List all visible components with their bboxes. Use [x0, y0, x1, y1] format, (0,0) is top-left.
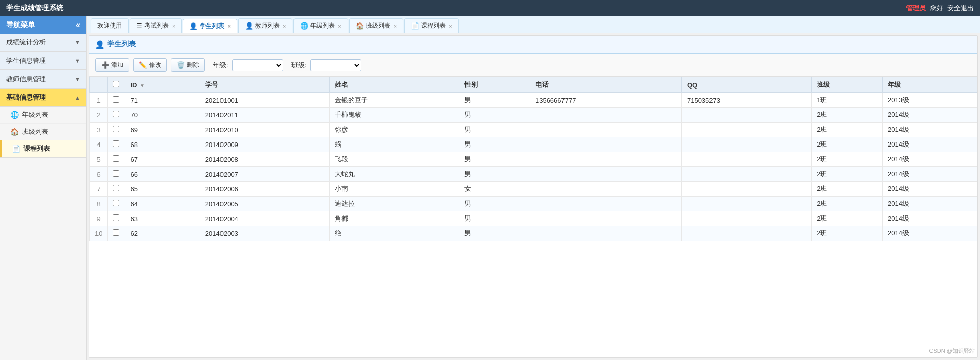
logout-link[interactable]: 安全退出 [947, 4, 974, 13]
content-area: 欢迎使用 ☰ 考试列表 × 👤 学生列表 × 👤 教师列表 × 🌐 年级列表 × [87, 16, 980, 360]
sidebar-collapse-icon[interactable]: « [76, 20, 80, 30]
sidebar-section-header-teacher-info[interactable]: 教师信息管理 ▼ [0, 70, 86, 88]
tab-student-list[interactable]: 👤 学生列表 × [183, 19, 237, 33]
cell-phone [530, 123, 681, 137]
sidebar-section-header-student-info[interactable]: 学生信息管理 ▼ [0, 52, 86, 70]
cell-checkbox[interactable] [108, 93, 125, 108]
col-name: 姓名 [330, 77, 459, 93]
tab-course-list[interactable]: 📄 课程列表 × [404, 18, 458, 33]
grade-filter-select[interactable]: 2013级 2014级 [232, 59, 283, 71]
cell-checkbox[interactable] [108, 123, 125, 137]
col-phone: 电话 [530, 77, 681, 93]
cell-gender: 男 [459, 123, 530, 137]
cell-gender: 男 [459, 108, 530, 123]
cell-checkbox[interactable] [108, 152, 125, 167]
table-row[interactable]: 5 67 201402008 飞段 男 2班 2014级 [90, 152, 977, 167]
sidebar-section-header-grade-stats[interactable]: 成绩统计分析 ▼ [0, 34, 86, 52]
tab-grade-list[interactable]: 🌐 年级列表 × [293, 18, 348, 33]
cell-checkbox[interactable] [108, 197, 125, 211]
cell-class: 2班 [812, 152, 883, 167]
table-row[interactable]: 6 66 201402007 大蛇丸 男 2班 2014级 [90, 167, 977, 182]
cell-id: 66 [125, 167, 200, 182]
table-row[interactable]: 9 63 201402004 角都 男 2班 2014级 [90, 211, 977, 226]
cell-name: 角都 [330, 211, 459, 226]
cell-qq [681, 211, 811, 226]
main-layout: 导航菜单 « 成绩统计分析 ▼ 学生信息管理 ▼ 教师信息管理 ▼ [0, 16, 980, 360]
cell-checkbox[interactable] [108, 182, 125, 197]
cell-checkbox[interactable] [108, 226, 125, 241]
row-checkbox[interactable] [113, 140, 119, 147]
table-row[interactable]: 4 68 201402009 蜗 男 2班 2014级 [90, 137, 977, 152]
add-button[interactable]: ➕ 添加 [95, 58, 129, 72]
sidebar-item-course-list[interactable]: 📄 课程列表 [0, 140, 86, 157]
row-checkbox[interactable] [113, 185, 119, 191]
tab-teacher-close[interactable]: × [283, 23, 286, 29]
tab-teacher-list[interactable]: 👤 教师列表 × [238, 18, 292, 33]
cell-grade: 2014级 [883, 226, 977, 241]
row-checkbox[interactable] [113, 200, 119, 206]
cell-class: 2班 [812, 123, 883, 137]
tab-exam-close[interactable]: × [172, 23, 175, 29]
admin-label: 管理员 [906, 4, 926, 13]
row-checkbox[interactable] [113, 170, 119, 177]
cell-id: 70 [125, 108, 200, 123]
tab-exam-list[interactable]: ☰ 考试列表 × [130, 18, 182, 33]
cell-name: 飞段 [330, 152, 459, 167]
globe-icon: 🌐 [10, 111, 19, 119]
tab-grade-close[interactable]: × [338, 23, 341, 29]
row-checkbox[interactable] [113, 155, 119, 162]
cell-class: 2班 [812, 226, 883, 241]
cell-seq: 8 [90, 197, 108, 211]
row-checkbox[interactable] [113, 126, 119, 132]
cell-checkbox[interactable] [108, 167, 125, 182]
row-checkbox[interactable] [113, 214, 119, 221]
cell-qq [681, 182, 811, 197]
cell-qq [681, 197, 811, 211]
row-checkbox[interactable] [113, 96, 119, 103]
sidebar-header: 导航菜单 « [0, 16, 86, 34]
cell-name: 金银的豆子 [330, 93, 459, 108]
tab-student-close[interactable]: × [227, 23, 230, 29]
cell-id: 71 [125, 93, 200, 108]
cell-checkbox[interactable] [108, 137, 125, 152]
sidebar-item-class-list[interactable]: 🏠 班级列表 [0, 124, 86, 140]
table-row[interactable]: 7 65 201402006 小南 女 2班 2014级 [90, 182, 977, 197]
tab-class-list[interactable]: 🏠 班级列表 × [349, 18, 403, 33]
cell-qq [681, 167, 811, 182]
cell-class: 2班 [812, 182, 883, 197]
sidebar-arrow-basic-info: ▲ [75, 94, 80, 101]
sidebar-section-header-basic-info[interactable]: 基础信息管理 ▲ [0, 89, 86, 107]
cell-checkbox[interactable] [108, 211, 125, 226]
row-checkbox[interactable] [113, 229, 119, 236]
tab-exam-icon: ☰ [136, 22, 142, 30]
student-table: ID ▼ 学号 姓名 性别 电话 QQ 班级 年级 1 71 [89, 77, 977, 241]
table-row[interactable]: 1 71 202101001 金银的豆子 男 13566667777 71503… [90, 93, 977, 108]
sidebar-item-grade-list[interactable]: 🌐 年级列表 [0, 107, 86, 124]
cell-seq: 3 [90, 123, 108, 137]
watermark: CSDN @知识驿站 [929, 347, 975, 355]
cell-seq: 2 [90, 108, 108, 123]
table-row[interactable]: 8 64 201402005 迪达拉 男 2班 2014级 [90, 197, 977, 211]
cell-qq [681, 108, 811, 123]
table-row[interactable]: 2 70 201402011 千柿鬼鲛 男 2班 2014级 [90, 108, 977, 123]
row-checkbox[interactable] [113, 111, 119, 117]
id-sort-icon[interactable]: ▼ [140, 83, 145, 88]
class-filter-select[interactable]: 1班 2班 [310, 59, 361, 71]
delete-button[interactable]: 🗑️ 删除 [171, 58, 205, 72]
doc-icon: 📄 [12, 145, 20, 153]
tab-class-close[interactable]: × [394, 23, 397, 29]
cell-gender: 男 [459, 226, 530, 241]
table-row[interactable]: 10 62 201402003 绝 男 2班 2014级 [90, 226, 977, 241]
sidebar-section-label-student-info: 学生信息管理 [6, 56, 46, 65]
select-all-checkbox[interactable] [113, 81, 119, 87]
table-row[interactable]: 3 69 201402010 弥彦 男 2班 2014级 [90, 123, 977, 137]
tab-course-close[interactable]: × [449, 23, 452, 29]
table-body: 1 71 202101001 金银的豆子 男 13566667777 71503… [90, 93, 977, 241]
cell-gender: 男 [459, 167, 530, 182]
col-seq [90, 77, 108, 93]
cell-phone: 13566667777 [530, 93, 681, 108]
edit-button[interactable]: ✏️ 修改 [133, 58, 167, 72]
cell-checkbox[interactable] [108, 108, 125, 123]
page-title: 学生列表 [107, 40, 136, 49]
tab-welcome[interactable]: 欢迎使用 [91, 18, 129, 33]
